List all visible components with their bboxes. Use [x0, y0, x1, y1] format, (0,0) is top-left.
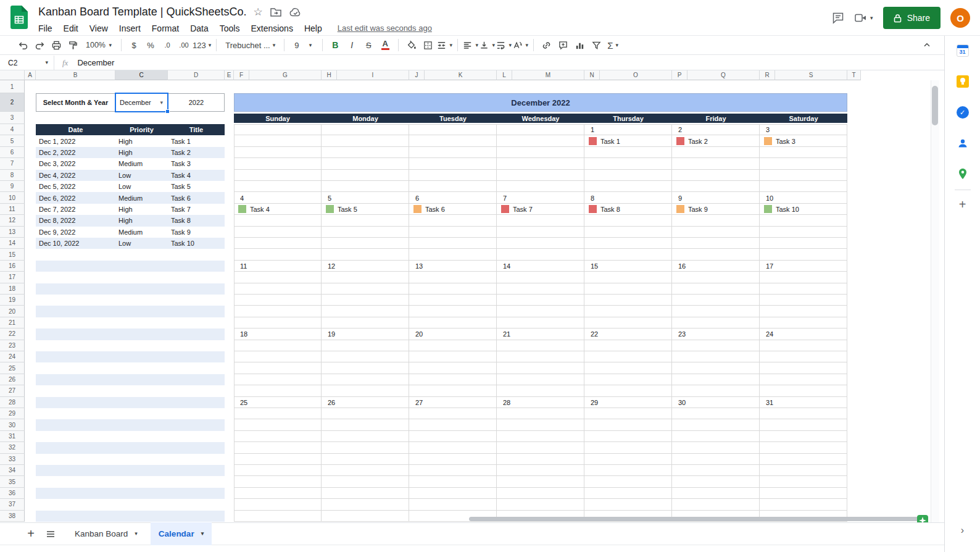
calendar-cell[interactable] — [409, 272, 497, 283]
calendar-cell[interactable] — [584, 362, 672, 374]
calendar-cell[interactable] — [409, 476, 497, 487]
calendar-cell[interactable] — [584, 408, 672, 419]
task-title-cell[interactable]: Task 2 — [168, 147, 225, 158]
calendar-cell[interactable] — [672, 317, 760, 328]
calendar-cell[interactable] — [409, 135, 497, 146]
calendar-cell[interactable] — [672, 465, 760, 476]
row-header-32[interactable]: 32 — [0, 442, 25, 453]
task-title-cell[interactable]: Task 6 — [168, 192, 225, 203]
calendar-cell[interactable] — [584, 147, 672, 158]
row-header-16[interactable]: 16 — [0, 261, 25, 272]
calendar-cell[interactable] — [672, 158, 760, 169]
calendar-cell[interactable] — [234, 431, 322, 442]
calendar-cell[interactable] — [584, 385, 672, 396]
calendar-cell[interactable] — [234, 238, 322, 249]
insert-comment-button[interactable] — [555, 38, 571, 52]
calendar-cell[interactable] — [584, 340, 672, 351]
calendar-cell[interactable] — [322, 465, 409, 476]
calendar-cell[interactable] — [760, 272, 847, 283]
row-band[interactable] — [36, 488, 225, 499]
vertical-scrollbar[interactable] — [931, 80, 939, 522]
calendar-cell[interactable] — [584, 306, 672, 317]
task-priority-cell[interactable]: Low — [115, 238, 168, 249]
calendar-cell[interactable] — [409, 238, 497, 249]
calendar-cell[interactable] — [322, 238, 409, 249]
calendar-day-header[interactable]: Monday — [322, 114, 409, 123]
calendar-cell[interactable] — [760, 351, 847, 362]
row-header-37[interactable]: 37 — [0, 499, 25, 510]
calendar-cell[interactable] — [584, 238, 672, 249]
calendar-cell[interactable] — [760, 385, 847, 396]
calendar-cell[interactable] — [497, 158, 584, 169]
row-header-4[interactable]: 4 — [0, 124, 25, 135]
calendar-cell[interactable] — [497, 419, 584, 430]
calendar-cell[interactable] — [760, 419, 847, 430]
calendar-cell[interactable] — [497, 465, 584, 476]
task-priority-cell[interactable]: High — [115, 147, 168, 158]
calendar-cell[interactable] — [760, 476, 847, 487]
menu-view[interactable]: View — [84, 22, 114, 35]
task-title-cell[interactable]: Task 5 — [168, 181, 225, 192]
calendar-cell[interactable] — [672, 340, 760, 351]
calendar-cell[interactable] — [672, 227, 760, 238]
row-header-31[interactable]: 31 — [0, 431, 25, 442]
calendar-cell[interactable] — [497, 306, 584, 317]
row-header-25[interactable]: 25 — [0, 362, 25, 374]
calendar-cell[interactable] — [497, 215, 584, 226]
calendar-cell[interactable] — [409, 317, 497, 328]
zoom-select[interactable]: 100%▾ — [81, 38, 116, 52]
row-header-13[interactable]: 13 — [0, 227, 25, 238]
row-band[interactable] — [36, 442, 225, 453]
calendar-cell[interactable] — [760, 238, 847, 249]
redo-button[interactable] — [31, 38, 48, 52]
calendar-cell[interactable] — [409, 488, 497, 499]
column-header-D[interactable]: D — [168, 70, 225, 80]
calendar-cell[interactable] — [322, 147, 409, 158]
last-edit-status[interactable]: Last edit was seconds ago — [338, 23, 432, 33]
calendar-cell[interactable] — [322, 124, 409, 135]
column-header-F[interactable]: F — [234, 70, 249, 80]
create-filter-button[interactable] — [588, 38, 604, 52]
calendar-cell[interactable] — [672, 215, 760, 226]
row-header-19[interactable]: 19 — [0, 295, 25, 306]
calendar-cell[interactable] — [760, 488, 847, 499]
get-addons-button[interactable]: + — [956, 198, 970, 211]
menu-tools[interactable]: Tools — [214, 22, 246, 35]
calendar-cell[interactable] — [409, 124, 497, 135]
task-date-cell[interactable]: Dec 2, 2022 — [36, 147, 115, 158]
task-date-cell[interactable]: Dec 5, 2022 — [36, 181, 115, 192]
calendar-cell[interactable] — [584, 249, 672, 260]
strikethrough-button[interactable]: S — [360, 38, 376, 52]
calendar-cell[interactable] — [497, 454, 584, 465]
sheet-tab-kanban-board[interactable]: Kanban Board ▾ — [67, 522, 146, 545]
task-priority-cell[interactable]: Medium — [115, 158, 168, 169]
calendar-cell[interactable] — [322, 249, 409, 260]
task-date-cell[interactable]: Dec 6, 2022 — [36, 192, 115, 203]
calendar-cell[interactable] — [234, 215, 322, 226]
calendar-cell[interactable] — [584, 442, 672, 453]
calendar-cell[interactable] — [234, 442, 322, 453]
row-header-2[interactable]: 2 — [0, 93, 25, 112]
column-header-A[interactable]: A — [25, 70, 36, 80]
font-size-select[interactable]: 9▾ — [289, 38, 317, 52]
calendar-cell[interactable] — [584, 499, 672, 510]
calendar-cell[interactable] — [760, 442, 847, 453]
calendar-cell[interactable] — [409, 374, 497, 385]
calendar-cell[interactable] — [409, 147, 497, 158]
name-box[interactable]: C2 ▾ — [0, 56, 54, 70]
row-header-6[interactable]: 6 — [0, 147, 25, 158]
row-header-9[interactable]: 9 — [0, 181, 25, 192]
calendar-cell[interactable] — [672, 454, 760, 465]
calendar-cell[interactable] — [760, 362, 847, 374]
star-icon[interactable]: ☆ — [254, 7, 263, 17]
row-band[interactable] — [36, 419, 225, 430]
calendar-cell[interactable] — [322, 317, 409, 328]
column-header-L[interactable]: L — [497, 70, 512, 80]
column-header-N[interactable]: N — [584, 70, 600, 80]
horizontal-scrollbar-thumb[interactable] — [469, 517, 928, 521]
calendar-cell[interactable] — [234, 499, 322, 510]
sheet-tab-calendar[interactable]: Calendar ▾ — [151, 522, 212, 545]
share-button[interactable]: Share — [883, 7, 941, 29]
text-color-button[interactable]: A — [377, 38, 393, 52]
calendar-cell[interactable] — [322, 306, 409, 317]
